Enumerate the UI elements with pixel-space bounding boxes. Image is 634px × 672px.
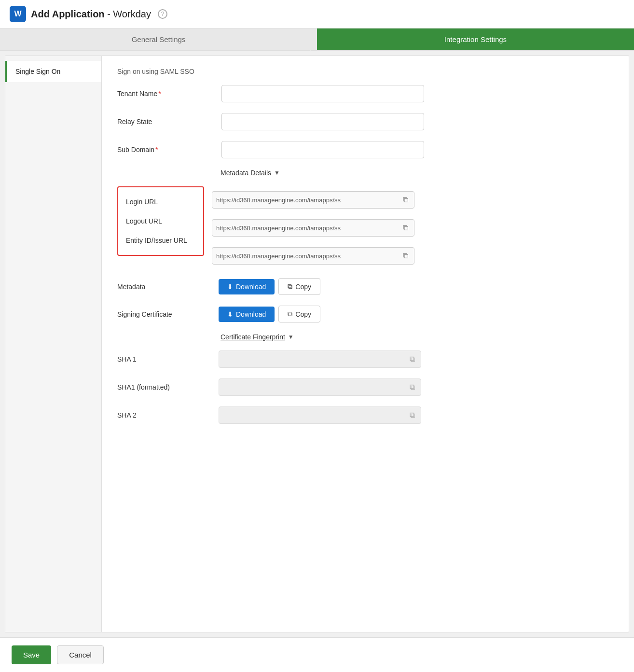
login-url-label: Login URL <box>126 192 195 211</box>
logout-url-row: ⧉ <box>212 219 414 237</box>
relay-state-row: Relay State <box>117 113 613 130</box>
copy-icon-entity: ⧉ <box>403 252 408 260</box>
sha2-row: SHA 2 ⧉ <box>117 406 613 424</box>
help-icon[interactable]: ? <box>158 9 167 19</box>
signing-cert-label: Signing Certificate <box>117 310 214 318</box>
sub-domain-label: Sub Domain* <box>117 146 214 154</box>
entity-id-url-label: Entity ID/Issuer URL <box>126 231 195 250</box>
copy-icon-logout: ⧉ <box>403 224 408 232</box>
metadata-row: Metadata ⬇ Download ⧉ Copy <box>117 278 613 295</box>
sha1-formatted-input[interactable] <box>223 384 408 391</box>
app-title: Add Application - Workday <box>31 9 151 20</box>
metadata-details-toggle-row: Metadata Details ▼ <box>221 169 613 177</box>
sha2-input-wrap: ⧉ <box>219 406 421 424</box>
save-button[interactable]: Save <box>12 645 51 664</box>
cancel-button[interactable]: Cancel <box>57 645 104 664</box>
sha1-row: SHA 1 ⧉ <box>117 350 613 368</box>
entity-id-url-row: ⧉ <box>212 247 414 265</box>
login-url-row: ⧉ <box>212 191 414 209</box>
copy-icon-sha1: ⧉ <box>410 355 415 364</box>
tenant-name-row: Tenant Name* <box>117 85 613 102</box>
sha1-formatted-row: SHA1 (formatted) ⧉ <box>117 378 613 396</box>
step-general-settings[interactable]: General Settings <box>0 28 317 50</box>
logout-url-copy-button[interactable]: ⧉ <box>401 223 410 233</box>
sha1-label: SHA 1 <box>117 355 214 363</box>
metadata-label: Metadata <box>117 283 214 291</box>
metadata-copy-button[interactable]: ⧉ Copy <box>278 278 320 295</box>
step-integration-settings[interactable]: Integration Settings <box>317 28 634 50</box>
sha2-input[interactable] <box>223 412 408 419</box>
sub-domain-row: Sub Domain* <box>117 141 613 158</box>
signing-cert-copy-button[interactable]: ⧉ Copy <box>278 306 320 322</box>
relay-state-input[interactable] <box>221 113 424 130</box>
metadata-details-chevron-icon: ▼ <box>274 169 280 176</box>
entity-id-url-copy-button[interactable]: ⧉ <box>401 251 410 261</box>
cert-fingerprint-chevron-icon: ▼ <box>288 334 294 340</box>
copy-icon-metadata: ⧉ <box>288 282 292 291</box>
download-icon-cert: ⬇ <box>227 310 233 318</box>
tenant-name-input[interactable] <box>221 85 424 102</box>
footer-bar: Save Cancel <box>0 637 634 672</box>
url-inputs-section: ⧉ ⧉ ⧉ <box>212 186 414 269</box>
sha2-copy-button[interactable]: ⧉ <box>408 410 417 420</box>
cert-fingerprint-toggle-button[interactable]: Certificate Fingerprint <box>221 333 285 341</box>
download-icon-metadata: ⬇ <box>227 283 233 291</box>
sidebar-item-label: Single Sign On <box>15 68 60 75</box>
sha1-copy-button[interactable]: ⧉ <box>408 354 417 364</box>
signing-cert-download-button[interactable]: ⬇ Download <box>219 307 275 322</box>
tenant-name-label: Tenant Name* <box>117 90 214 98</box>
sha1-formatted-input-wrap: ⧉ <box>219 378 421 396</box>
required-star-2: * <box>155 146 158 154</box>
app-header: W Add Application - Workday ? <box>0 0 634 28</box>
copy-icon-login: ⧉ <box>403 196 408 204</box>
entity-id-url-input[interactable] <box>216 252 398 260</box>
copy-icon-sha2: ⧉ <box>410 411 415 420</box>
app-icon: W <box>10 6 26 22</box>
metadata-download-button[interactable]: ⬇ Download <box>219 279 275 294</box>
sub-domain-input[interactable] <box>221 141 424 158</box>
signing-cert-actions: ⬇ Download ⧉ Copy <box>219 306 320 322</box>
logout-url-input[interactable] <box>216 224 398 232</box>
signing-cert-row: Signing Certificate ⬇ Download ⧉ Copy <box>117 306 613 322</box>
login-url-input[interactable] <box>216 196 398 204</box>
cert-fingerprint-toggle-row: Certificate Fingerprint ▼ <box>221 333 613 341</box>
sha1-input-wrap: ⧉ <box>219 350 421 368</box>
sidebar-item-single-sign-on[interactable]: Single Sign On <box>5 61 101 82</box>
sha2-label: SHA 2 <box>117 411 214 419</box>
login-url-copy-button[interactable]: ⧉ <box>401 195 410 205</box>
metadata-actions: ⬇ Download ⧉ Copy <box>219 278 320 295</box>
required-star: * <box>158 90 161 98</box>
logout-url-label: Logout URL <box>126 211 195 231</box>
sha1-formatted-label: SHA1 (formatted) <box>117 383 214 391</box>
metadata-details-toggle-button[interactable]: Metadata Details <box>221 169 271 177</box>
sha1-input[interactable] <box>223 356 408 363</box>
main-content: Single Sign On Sign on using SAML SSO Te… <box>5 56 629 632</box>
copy-icon-cert: ⧉ <box>288 310 292 318</box>
steps-bar: General Settings Integration Settings <box>0 28 634 51</box>
section-title: Sign on using SAML SSO <box>117 68 613 75</box>
sidebar: Single Sign On <box>5 56 102 632</box>
relay-state-label: Relay State <box>117 118 214 126</box>
sha1-formatted-copy-button[interactable]: ⧉ <box>408 382 417 392</box>
form-area: Sign on using SAML SSO Tenant Name* Rela… <box>102 56 629 632</box>
url-labels-highlighted-box: Login URL Logout URL Entity ID/Issuer UR… <box>117 186 204 256</box>
copy-icon-sha1-formatted: ⧉ <box>410 383 415 392</box>
